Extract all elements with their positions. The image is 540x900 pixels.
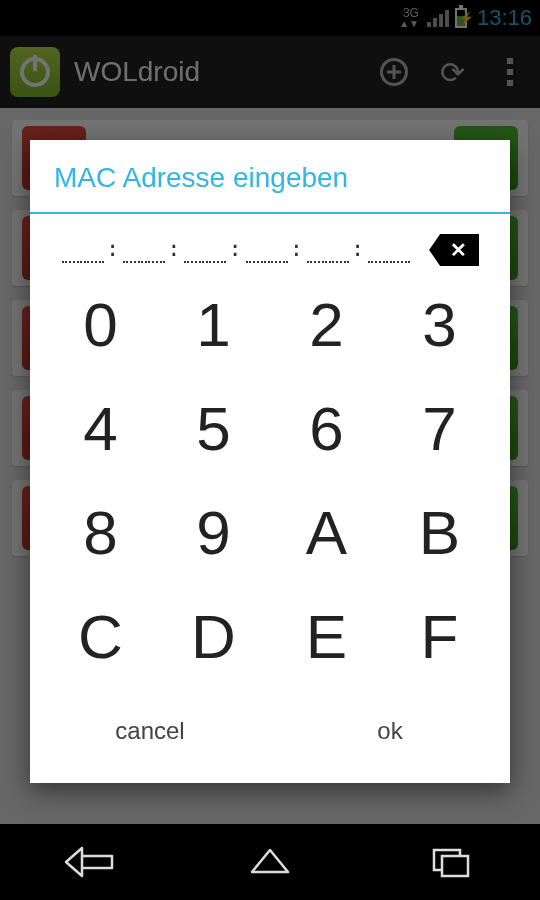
recent-apps-icon bbox=[422, 842, 478, 882]
key-b[interactable]: B bbox=[383, 480, 496, 584]
navigation-bar bbox=[0, 824, 540, 900]
key-8[interactable]: 8 bbox=[44, 480, 157, 584]
nav-home-button[interactable] bbox=[242, 842, 298, 882]
backspace-icon: ✕ bbox=[450, 238, 467, 262]
key-0[interactable]: 0 bbox=[44, 272, 157, 376]
key-6[interactable]: 6 bbox=[270, 376, 383, 480]
cancel-button[interactable]: cancel bbox=[30, 703, 270, 759]
key-7[interactable]: 7 bbox=[383, 376, 496, 480]
mac-input-row: : : : : : ✕ bbox=[30, 214, 510, 272]
key-9[interactable]: 9 bbox=[157, 480, 270, 584]
svg-rect-1 bbox=[442, 856, 468, 876]
hex-keypad: 0 1 2 3 4 5 6 7 8 9 A B C D E F bbox=[30, 272, 510, 696]
key-a[interactable]: A bbox=[270, 480, 383, 584]
home-icon bbox=[242, 842, 298, 882]
key-1[interactable]: 1 bbox=[157, 272, 270, 376]
mac-entry-dialog: MAC Adresse eingeben : : : : : ✕ 0 1 2 3… bbox=[30, 140, 510, 783]
key-4[interactable]: 4 bbox=[44, 376, 157, 480]
nav-back-button[interactable] bbox=[62, 842, 118, 882]
key-3[interactable]: 3 bbox=[383, 272, 496, 376]
ok-button[interactable]: ok bbox=[270, 703, 510, 759]
nav-recent-button[interactable] bbox=[422, 842, 478, 882]
key-e[interactable]: E bbox=[270, 584, 383, 688]
key-d[interactable]: D bbox=[157, 584, 270, 688]
back-icon bbox=[62, 842, 118, 882]
key-5[interactable]: 5 bbox=[157, 376, 270, 480]
dialog-actions: cancel ok bbox=[30, 696, 510, 783]
key-2[interactable]: 2 bbox=[270, 272, 383, 376]
key-f[interactable]: F bbox=[383, 584, 496, 688]
dialog-title: MAC Adresse eingeben bbox=[30, 140, 510, 214]
backspace-button[interactable]: ✕ bbox=[429, 234, 479, 266]
mac-address-field: : : : : : bbox=[61, 236, 411, 265]
key-c[interactable]: C bbox=[44, 584, 157, 688]
